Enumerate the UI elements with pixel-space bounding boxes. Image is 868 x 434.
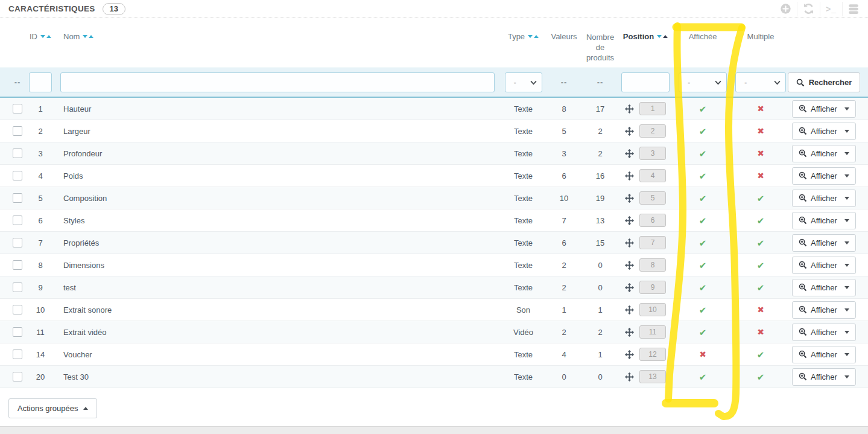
row-checkbox[interactable] xyxy=(13,148,22,158)
row-name: Voucher xyxy=(54,343,501,365)
column-header-position[interactable]: Position xyxy=(623,32,668,41)
filter-multiple-select[interactable]: - xyxy=(735,72,786,92)
row-checkbox[interactable] xyxy=(13,104,22,113)
row-checkbox[interactable] xyxy=(13,238,22,247)
view-button[interactable]: Afficher xyxy=(792,301,856,319)
move-handle-icon[interactable] xyxy=(625,149,634,158)
filter-displayed-select[interactable]: - xyxy=(679,72,727,92)
view-button[interactable]: Afficher xyxy=(792,167,856,185)
row-type: Texte xyxy=(501,276,546,298)
displayed-check-icon[interactable]: ✔ xyxy=(699,171,707,180)
column-header-type[interactable]: Type xyxy=(508,32,539,41)
displayed-check-icon[interactable]: ✔ xyxy=(699,328,707,337)
move-handle-icon[interactable] xyxy=(625,216,634,225)
multiple-check-icon[interactable]: ✔ xyxy=(757,283,765,292)
displayed-check-icon[interactable]: ✔ xyxy=(699,305,707,314)
row-checkbox[interactable] xyxy=(13,171,22,180)
row-checkbox[interactable] xyxy=(13,260,22,270)
view-button[interactable]: Afficher xyxy=(792,346,856,363)
view-button[interactable]: Afficher xyxy=(792,100,856,118)
view-button[interactable]: Afficher xyxy=(792,212,856,229)
position-input: 1 xyxy=(639,102,666,115)
view-button[interactable]: Afficher xyxy=(792,145,856,162)
filter-id-input[interactable] xyxy=(29,72,52,92)
view-button[interactable]: Afficher xyxy=(792,190,856,207)
move-handle-icon[interactable] xyxy=(625,350,634,359)
row-values: 4 xyxy=(546,343,582,365)
move-handle-icon[interactable] xyxy=(625,261,634,270)
move-handle-icon[interactable] xyxy=(625,283,634,292)
multiple-cross-icon[interactable]: ✖ xyxy=(757,328,764,336)
bulk-actions-button[interactable]: Actions groupées xyxy=(8,398,97,418)
row-checkbox[interactable] xyxy=(13,126,22,136)
row-name: Extrait sonore xyxy=(54,299,501,321)
row-checkbox[interactable] xyxy=(13,215,22,225)
row-checkbox[interactable] xyxy=(13,193,22,203)
row-checkbox[interactable] xyxy=(13,305,22,314)
multiple-cross-icon[interactable]: ✖ xyxy=(757,171,764,180)
multiple-check-icon[interactable]: ✔ xyxy=(757,216,765,225)
move-handle-icon[interactable] xyxy=(625,104,634,113)
multiple-cross-icon[interactable]: ✖ xyxy=(757,305,764,314)
database-icon[interactable] xyxy=(842,2,864,16)
position-input: 8 xyxy=(639,258,666,272)
row-id: 20 xyxy=(27,366,54,388)
zoom-in-icon xyxy=(799,305,807,314)
row-name: Profondeur xyxy=(54,142,501,164)
table-row: 11 Extrait vidéo Vidéo 2 2 11 ✔ ✖ Affich… xyxy=(0,321,868,343)
row-checkbox[interactable] xyxy=(13,327,22,337)
move-handle-icon[interactable] xyxy=(625,238,634,247)
row-checkbox[interactable] xyxy=(13,372,22,381)
move-handle-icon[interactable] xyxy=(625,194,634,203)
view-button[interactable]: Afficher xyxy=(792,123,856,140)
position-input: 5 xyxy=(639,191,666,205)
multiple-check-icon[interactable]: ✔ xyxy=(757,194,765,203)
table-row: 20 Test 30 Texte 0 0 13 ✔ ✔ Afficher xyxy=(0,366,868,388)
multiple-cross-icon[interactable]: ✖ xyxy=(757,127,764,135)
caret-down-icon xyxy=(844,174,849,177)
zoom-in-icon xyxy=(799,261,807,269)
displayed-check-icon[interactable]: ✔ xyxy=(699,127,707,136)
displayed-check-icon[interactable]: ✔ xyxy=(699,261,707,270)
displayed-cross-icon[interactable]: ✖ xyxy=(699,350,706,359)
row-checkbox[interactable] xyxy=(13,282,22,292)
move-handle-icon[interactable] xyxy=(625,328,634,337)
multiple-check-icon[interactable]: ✔ xyxy=(757,261,765,270)
refresh-icon[interactable] xyxy=(797,2,820,16)
displayed-check-icon[interactable]: ✔ xyxy=(699,238,707,247)
multiple-cross-icon[interactable]: ✖ xyxy=(757,149,764,158)
filter-position-input[interactable] xyxy=(621,72,670,92)
position-input: 4 xyxy=(639,169,666,182)
row-checkbox[interactable] xyxy=(13,349,22,359)
displayed-check-icon[interactable]: ✔ xyxy=(699,104,707,113)
multiple-check-icon[interactable]: ✔ xyxy=(757,350,765,359)
add-icon[interactable] xyxy=(775,2,797,16)
row-products: 15 xyxy=(582,232,618,254)
view-button[interactable]: Afficher xyxy=(792,257,856,274)
move-handle-icon[interactable] xyxy=(625,372,634,381)
column-header-id[interactable]: ID xyxy=(30,32,51,41)
filter-name-input[interactable] xyxy=(60,72,495,92)
view-button[interactable]: Afficher xyxy=(792,368,856,386)
displayed-check-icon[interactable]: ✔ xyxy=(699,372,707,381)
row-id: 5 xyxy=(27,187,54,209)
position-input: 3 xyxy=(639,147,666,160)
view-button[interactable]: Afficher xyxy=(792,324,856,341)
displayed-check-icon[interactable]: ✔ xyxy=(699,149,707,158)
multiple-check-icon[interactable]: ✔ xyxy=(757,238,765,247)
filter-type-select[interactable]: - xyxy=(505,72,542,92)
view-button[interactable]: Afficher xyxy=(792,279,856,296)
row-values: 2 xyxy=(546,321,582,343)
displayed-check-icon[interactable]: ✔ xyxy=(699,216,707,225)
multiple-check-icon[interactable]: ✔ xyxy=(757,372,765,381)
search-button[interactable]: Rechercher xyxy=(788,72,861,92)
displayed-check-icon[interactable]: ✔ xyxy=(699,194,707,203)
multiple-cross-icon[interactable]: ✖ xyxy=(757,104,764,113)
view-button[interactable]: Afficher xyxy=(792,234,856,252)
terminal-icon[interactable]: >_ xyxy=(820,2,842,16)
move-handle-icon[interactable] xyxy=(625,305,634,314)
displayed-check-icon[interactable]: ✔ xyxy=(699,283,707,292)
move-handle-icon[interactable] xyxy=(625,171,634,180)
column-header-nom[interactable]: Nom xyxy=(63,32,93,41)
move-handle-icon[interactable] xyxy=(625,127,634,136)
